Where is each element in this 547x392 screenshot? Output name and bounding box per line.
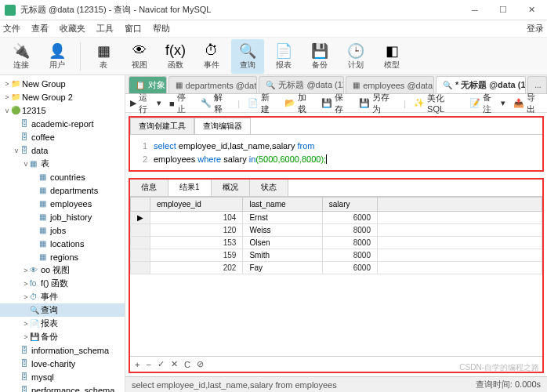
tree-item[interactable]: v▦ 表 (0, 157, 125, 170)
beautify-button[interactable]: ✨美化 SQL (414, 93, 462, 114)
tree-item[interactable]: v🗄 data (0, 143, 125, 157)
tree-item[interactable]: >📁 New Group (0, 77, 125, 90)
new-button[interactable]: 📄新建 (248, 92, 277, 115)
editor-zone: 查询创建工具 查询编辑器 1select employee_id,last_na… (129, 116, 544, 172)
tree-item[interactable]: ▦ employees (0, 197, 125, 210)
results-zone: 信息 结果1 概况 状态 employee_id last_name salar… (129, 178, 544, 373)
tree-item[interactable]: 🗄 mysql (0, 370, 125, 383)
login-link[interactable]: 登录 (527, 23, 544, 34)
main-toolbar: 🔌 连接 👤 用户 ▦ 表 👁 视图 f(x) 函数 ⏱ 事件 🔍 查询 📄 报… (0, 38, 547, 75)
报表-icon: 📄 (275, 42, 292, 60)
toolbar-视图[interactable]: 👁 视图 (123, 39, 156, 74)
tree-item[interactable]: >👁 oo 视图 (0, 263, 125, 277)
table-row[interactable]: ▶ 104Ernst6000 (131, 212, 542, 224)
minimize-button[interactable]: ─ (464, 2, 486, 18)
tree-item[interactable]: 🗄 academic-report (0, 117, 125, 130)
tree-label: New Group (22, 79, 66, 89)
menu-window[interactable]: 窗口 (125, 23, 142, 34)
tree-item[interactable]: >📁 New Group 2 (0, 90, 125, 103)
tree-item[interactable]: 🗄 performance_schema (0, 383, 125, 392)
表-icon: ▦ (97, 42, 110, 60)
tree-item[interactable]: ▦ locations (0, 237, 125, 250)
add-row-icon[interactable]: + (135, 360, 139, 369)
tree-item[interactable]: 🗄 information_schema (0, 343, 125, 357)
tree-item[interactable]: ▦ departments (0, 183, 125, 197)
restab-result1[interactable]: 结果1 (168, 180, 212, 196)
tree-label: oo 视图 (41, 264, 70, 276)
tree-item[interactable]: ▦ regions (0, 250, 125, 263)
tree-label: 表 (41, 158, 49, 169)
connection-tree[interactable]: >📁 New Group >📁 New Group 2 v🟢 12315 🗄 a… (0, 75, 125, 392)
tree-item[interactable]: >📄 报表 (0, 317, 125, 330)
tree-item[interactable]: ▦ jobs (0, 223, 125, 237)
result-grid[interactable]: employee_id last_name salary ▶ 104Ernst6… (130, 197, 542, 356)
tree-label: information_schema (31, 346, 109, 355)
cancel-icon[interactable]: ✕ (171, 359, 178, 369)
save-button[interactable]: 💾保存 (321, 92, 350, 115)
del-row-icon[interactable]: − (146, 360, 150, 369)
tree-item[interactable]: ▦ countries (0, 170, 125, 183)
tree-label: mysql (31, 372, 54, 382)
toolbar-用户[interactable]: 👤 用户 (41, 39, 74, 74)
tree-item[interactable]: >⏱ 事件 (0, 290, 125, 303)
export-button[interactable]: 📤导出 (513, 92, 542, 115)
commit-icon[interactable]: ✓ (158, 359, 165, 369)
tree-label: employees (50, 199, 92, 209)
tree-item[interactable]: >💾 备份 (0, 330, 125, 343)
subtab-editor[interactable]: 查询编辑器 (194, 118, 251, 134)
tree-item[interactable]: 🗄 love-charity (0, 357, 125, 370)
restab-status[interactable]: 状态 (250, 180, 288, 196)
menu-favorites[interactable]: 收藏夹 (60, 23, 85, 34)
menu-view[interactable]: 查看 (31, 23, 49, 34)
事件-icon: ⏱ (205, 42, 219, 60)
saveas-button[interactable]: 💾另存为 (359, 92, 397, 115)
视图-icon: 👁 (132, 42, 147, 60)
watermark: CSDN-自学的编程之路 (459, 362, 539, 373)
tree-label: New Group 2 (22, 93, 73, 102)
subtab-builder[interactable]: 查询创建工具 (130, 118, 194, 134)
tree-item[interactable]: 🔍 查询 (0, 303, 125, 317)
menu-help[interactable]: 帮助 (153, 23, 170, 34)
load-button[interactable]: 📂加载 (284, 92, 313, 115)
tree-item[interactable]: >fo f() 函数 (0, 277, 125, 290)
toolbar-报表[interactable]: 📄 报表 (267, 39, 300, 74)
close-button[interactable]: ✕ (520, 2, 542, 18)
toolbar-计划[interactable]: 🕒 计划 (339, 39, 372, 74)
maximize-button[interactable]: ☐ (492, 2, 514, 18)
table-row[interactable]: 159Smith8000 (131, 249, 542, 262)
restab-info[interactable]: 信息 (130, 180, 168, 196)
tree-item[interactable]: 🗄 coffee (0, 130, 125, 143)
toolbar-查询[interactable]: 🔍 查询 (231, 39, 264, 74)
toolbar-函数[interactable]: f(x) 函数 (159, 39, 192, 74)
app-icon (5, 5, 16, 16)
run-button[interactable]: ▶运行 ▾ (130, 92, 161, 115)
explain-button[interactable]: 🔧解释 (201, 92, 230, 115)
toolbar-备份[interactable]: 💾 备份 (303, 39, 336, 74)
tree-label: 查询 (41, 304, 58, 316)
toolbar-模型[interactable]: ◧ 模型 (375, 39, 408, 74)
tree-label: regions (50, 252, 78, 262)
table-row[interactable]: 153Olsen8000 (131, 237, 542, 249)
stop-icon[interactable]: ⊘ (197, 359, 204, 369)
tree-label: performance_schema (31, 386, 114, 393)
sql-editor[interactable]: 1select employee_id,last_name,salary fro… (130, 135, 542, 170)
menu-tools[interactable]: 工具 (96, 23, 114, 34)
table-row[interactable]: 202Fay6000 (131, 262, 542, 274)
refresh-icon[interactable]: C (184, 360, 190, 369)
stop-button[interactable]: ■停止 (169, 92, 193, 115)
remark-button[interactable]: 📝备注 ▾ (469, 92, 505, 115)
col-employee-id[interactable]: employee_id (150, 198, 243, 212)
col-last-name[interactable]: last_name (243, 198, 322, 212)
tree-label: love-charity (31, 359, 75, 368)
tree-item[interactable]: ▦ job_history (0, 210, 125, 223)
toolbar-事件[interactable]: ⏱ 事件 (195, 39, 228, 74)
col-salary[interactable]: salary (322, 198, 377, 212)
tree-label: academic-report (31, 119, 93, 129)
table-row[interactable]: 120Weiss8000 (131, 224, 542, 237)
restab-profile[interactable]: 概况 (212, 180, 250, 196)
toolbar-表[interactable]: ▦ 表 (87, 39, 120, 74)
tree-label: coffee (31, 132, 55, 142)
toolbar-连接[interactable]: 🔌 连接 (5, 39, 38, 74)
tree-item[interactable]: v🟢 12315 (0, 103, 125, 117)
menu-file[interactable]: 文件 (3, 23, 20, 34)
